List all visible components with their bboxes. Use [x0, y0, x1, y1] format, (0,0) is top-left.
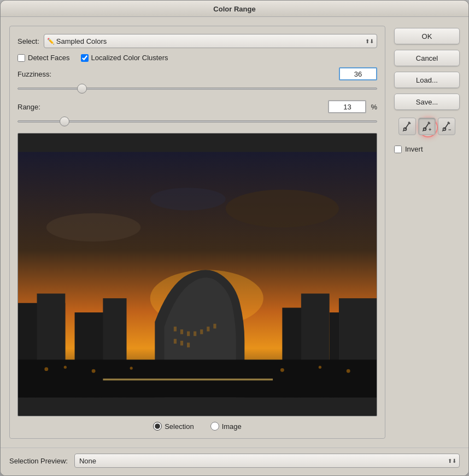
detect-faces-checkbox[interactable] — [17, 54, 25, 62]
fuzziness-slider-container — [17, 83, 377, 95]
svg-point-30 — [319, 366, 321, 369]
svg-line-40 — [423, 130, 424, 131]
dialog-body: Select: ✏️ Sampled Colors Reds Yellows G… — [1, 17, 468, 448]
detect-faces-checkbox-item[interactable]: Detect Faces — [17, 54, 70, 62]
dialog-title: Color Range — [213, 5, 255, 13]
svg-rect-17 — [194, 332, 196, 336]
save-button[interactable]: Save... — [394, 94, 460, 110]
range-row: Range: % — [17, 100, 377, 127]
svg-rect-20 — [213, 324, 216, 329]
image-radio-label: Image — [222, 422, 242, 431]
svg-point-31 — [347, 369, 350, 373]
svg-rect-18 — [200, 329, 203, 334]
svg-rect-22 — [180, 341, 183, 346]
preview-area — [17, 133, 377, 416]
svg-point-27 — [92, 369, 96, 373]
bottom-bar: Selection Preview: None Grayscale Black … — [1, 448, 468, 475]
select-row: Select: ✏️ Sampled Colors Reds Yellows G… — [17, 34, 377, 48]
checkboxes-row: Detect Faces Localized Color Clusters — [17, 54, 377, 62]
svg-point-29 — [280, 368, 284, 372]
invert-label: Invert — [405, 145, 423, 153]
eyedropper-normal-button[interactable] — [398, 118, 416, 135]
preview-select-wrapper: None Grayscale Black Matte White Matte Q… — [74, 454, 460, 468]
title-bar: Color Range — [1, 1, 468, 17]
fuzziness-label-row: Fuzziness: — [17, 67, 377, 80]
fuzziness-input[interactable] — [339, 67, 377, 80]
range-slider-container — [17, 115, 377, 127]
selection-radio-label: Selection — [165, 422, 194, 431]
range-input[interactable] — [328, 100, 366, 113]
selection-preview-dropdown[interactable]: None Grayscale Black Matte White Matte Q… — [74, 454, 460, 468]
localized-color-clusters-checkbox-item[interactable]: Localized Color Clusters — [81, 54, 168, 62]
svg-rect-14 — [174, 327, 177, 332]
eyedropper-subtract-icon: − — [442, 121, 452, 131]
selection-preview-label: Selection Preview: — [9, 457, 68, 465]
range-label-row: Range: % — [17, 100, 377, 113]
ok-button[interactable]: OK — [394, 28, 460, 44]
select-label: Select: — [17, 37, 39, 45]
detect-faces-label: Detect Faces — [28, 54, 70, 62]
select-wrapper: ✏️ Sampled Colors Reds Yellows Greens Cy… — [44, 34, 377, 48]
eyedropper-add-wrapper: + — [418, 118, 436, 135]
cancel-button[interactable]: Cancel — [394, 50, 460, 66]
svg-point-28 — [130, 367, 133, 369]
localized-color-clusters-label: Localized Color Clusters — [91, 54, 168, 62]
eyedropper-add-button[interactable]: + — [418, 118, 436, 135]
eyedropper-row: + − — [394, 115, 460, 137]
left-panel: Select: ✏️ Sampled Colors Reds Yellows G… — [9, 26, 385, 439]
svg-rect-24 — [18, 359, 377, 397]
range-label: Range: — [17, 103, 40, 111]
svg-point-26 — [64, 366, 67, 369]
eyedropper-icon — [402, 121, 412, 131]
svg-rect-16 — [187, 332, 190, 336]
svg-rect-21 — [174, 339, 177, 344]
fuzziness-row: Fuzziness: — [17, 67, 377, 95]
svg-rect-32 — [103, 379, 273, 380]
eyedropper-subtract-button[interactable]: − — [438, 118, 455, 135]
invert-row: Invert — [394, 143, 460, 155]
right-panel: OK Cancel Load... Save... — [394, 26, 460, 439]
load-button[interactable]: Load... — [394, 72, 460, 88]
eyedropper-add-icon: + — [422, 121, 432, 131]
radio-row: Selection Image — [17, 422, 377, 431]
select-dropdown[interactable]: Sampled Colors Reds Yellows Greens Cyans… — [44, 34, 377, 48]
svg-line-45 — [442, 130, 443, 131]
svg-text:−: − — [448, 127, 451, 131]
invert-checkbox[interactable] — [394, 146, 402, 153]
selection-radio-item[interactable]: Selection — [153, 422, 194, 431]
svg-text:+: + — [429, 127, 431, 131]
fuzziness-label: Fuzziness: — [17, 70, 51, 78]
range-unit: % — [371, 103, 377, 111]
image-radio[interactable] — [210, 422, 219, 431]
svg-rect-23 — [187, 343, 190, 347]
svg-rect-19 — [207, 327, 209, 332]
svg-line-36 — [403, 130, 404, 131]
svg-point-4 — [226, 190, 339, 228]
selection-radio[interactable] — [153, 422, 162, 431]
svg-point-3 — [46, 213, 141, 242]
city-preview-image — [18, 133, 377, 416]
svg-point-5 — [150, 188, 226, 210]
svg-rect-15 — [180, 329, 183, 334]
color-range-dialog: Color Range Select: ✏️ Sampled Colors Re… — [0, 0, 469, 476]
image-radio-item[interactable]: Image — [210, 422, 242, 431]
svg-point-25 — [44, 367, 48, 371]
localized-color-clusters-checkbox[interactable] — [81, 54, 89, 62]
